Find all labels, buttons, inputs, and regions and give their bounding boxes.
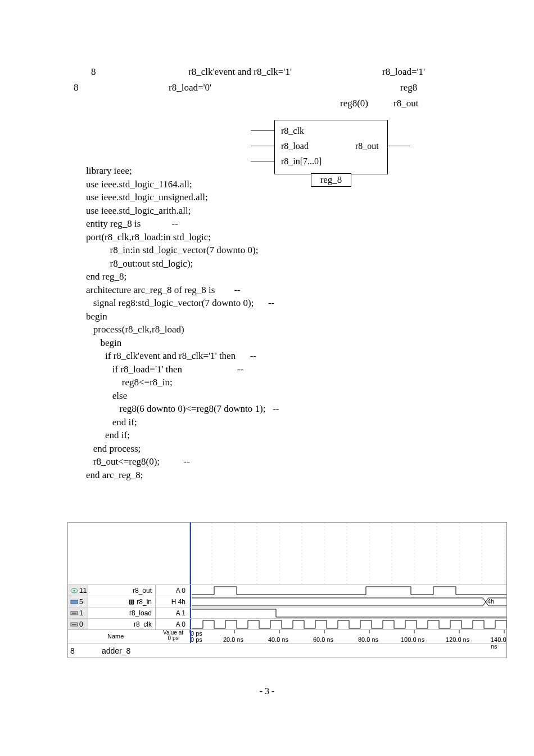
code-line: port(r8_clk,r8_load:in std_logic; bbox=[86, 231, 279, 244]
code-line: end if; bbox=[86, 429, 279, 442]
diagram-in1-label: r8_clk bbox=[281, 126, 304, 136]
code-line: if r8_clk'event and r8_clk='1' then -- bbox=[86, 349, 279, 363]
code-line: process(r8_clk,r8_load) bbox=[86, 323, 279, 336]
wave-r8-load bbox=[192, 608, 506, 619]
code-line: use ieee.std_logic_arith.all; bbox=[86, 204, 279, 218]
bus-icon bbox=[70, 599, 78, 605]
wave-footer: 8 adder_8 bbox=[68, 643, 506, 658]
svg-point-15 bbox=[74, 590, 75, 591]
wave-row-name: r8_load bbox=[88, 607, 156, 618]
input-icon bbox=[70, 610, 78, 616]
wave-row-value: A 1 bbox=[156, 607, 189, 618]
diagram-in2-label: r8_load bbox=[281, 141, 309, 151]
wave-value-col-header bbox=[156, 523, 190, 584]
output-icon bbox=[70, 588, 78, 593]
code-line: r8_out:out std_logic); bbox=[86, 257, 279, 271]
footer-label: adder_8 bbox=[102, 646, 130, 655]
code-line: else bbox=[86, 389, 279, 403]
top-row2-b: r8_load='0' bbox=[169, 82, 211, 93]
diagram-line-in3 bbox=[251, 161, 274, 161]
wave-tick: 20.0 ns bbox=[223, 636, 243, 643]
wave-row-name: ⊞ r8_in bbox=[88, 596, 156, 607]
wave-row-idx: 11 bbox=[79, 587, 87, 595]
code-block: library ieee; use ieee.std_logic_1164.al… bbox=[86, 164, 279, 482]
wave-ruler-left bbox=[68, 629, 189, 644]
wave-header-grid bbox=[189, 523, 506, 584]
wave-row-icon: 5 bbox=[68, 596, 88, 607]
code-line: use ieee.std_logic_1164.all; bbox=[86, 178, 279, 191]
wave-row-icon: 1 bbox=[68, 607, 88, 618]
code-line: end reg_8; bbox=[86, 270, 279, 284]
input-icon bbox=[70, 622, 78, 627]
wave-row-r8-in: 5 ⊞ r8_in H 4h 4h bbox=[68, 596, 506, 607]
top-row3-b: r8_out bbox=[393, 98, 418, 109]
diagram-line-in2 bbox=[251, 146, 274, 146]
code-line: use ieee.std_logic_unsigned.all; bbox=[86, 191, 279, 204]
wave-row-value: A 0 bbox=[156, 584, 189, 596]
diagram-line-out bbox=[387, 146, 410, 146]
wave-row-name: r8_out bbox=[88, 584, 156, 596]
wave-row-idx: 5 bbox=[79, 598, 83, 606]
wave-r8-clk bbox=[192, 619, 506, 630]
wave-row-wave[interactable] bbox=[189, 607, 506, 618]
top-row2-a: 8 bbox=[74, 82, 79, 93]
wave-gutter bbox=[68, 523, 89, 584]
wave-tick: 80.0 ns bbox=[358, 636, 378, 643]
wave-row-icon: 11 bbox=[68, 584, 88, 596]
page-number: - 3 - bbox=[0, 686, 534, 696]
top-row1-b: r8_clk'event and r8_clk='1' bbox=[188, 66, 292, 78]
wave-tick: 100.0 ns bbox=[401, 636, 424, 643]
diagram-name: reg_8 bbox=[320, 174, 342, 186]
wave-row-r8-load: 1 r8_load A 1 bbox=[68, 607, 506, 618]
code-line: entity reg_8 is -- bbox=[86, 217, 279, 231]
code-line: reg8<=r8_in; bbox=[86, 376, 279, 389]
wave-ruler[interactable]: 0 ps 0 ps 20.0 ns 40.0 ns 60.0 ns 80.0 n… bbox=[189, 629, 506, 644]
top-row1-a: 8 bbox=[91, 66, 96, 78]
wave-row-idx: 1 bbox=[79, 609, 83, 617]
expand-icon[interactable]: ⊞ bbox=[129, 598, 134, 606]
wave-r8-out bbox=[192, 585, 506, 596]
code-line: end process; bbox=[86, 442, 279, 456]
wave-row-wave[interactable] bbox=[189, 618, 506, 629]
code-line: r8_in:in std_logic_vector(7 downto 0); bbox=[86, 244, 279, 257]
wave-bus-label: 4h bbox=[487, 598, 494, 605]
top-row3-a: reg8(0) bbox=[340, 98, 368, 109]
code-line: r8_out<=reg8(0); -- bbox=[86, 455, 279, 469]
wave-tick: 120.0 ns bbox=[446, 636, 469, 643]
top-row2-c: reg8 bbox=[400, 82, 417, 93]
diagram-out-label: r8_out bbox=[355, 141, 379, 151]
code-line: library ieee; bbox=[86, 164, 279, 178]
wave-r8-in bbox=[192, 596, 506, 608]
code-line: end if; bbox=[86, 416, 279, 429]
wave-row-r8-clk: 0 r8_clk A 0 bbox=[68, 618, 506, 629]
wave-row-icon: 0 bbox=[68, 618, 88, 629]
svg-rect-16 bbox=[71, 600, 78, 604]
wave-tick: 40.0 ns bbox=[268, 636, 288, 643]
footer-left-num: 8 bbox=[70, 646, 75, 655]
wave-row-r8-out: 11 r8_out A 0 bbox=[68, 584, 506, 596]
diagram-line-in1 bbox=[251, 130, 274, 131]
code-line: signal reg8:std_logic_vector(7 downto 0)… bbox=[86, 296, 279, 310]
code-line: reg8(6 downto 0)<=reg8(7 downto 1); -- bbox=[86, 402, 279, 416]
wave-row-value: A 0 bbox=[156, 618, 189, 629]
code-line: if r8_load='1' then -- bbox=[86, 363, 279, 376]
wave-row-name-text: r8_in bbox=[137, 598, 152, 606]
waveform-panel: 11 r8_out A 0 5 ⊞ r8_in H 4h 4h bbox=[67, 522, 507, 658]
wave-name-col-header bbox=[88, 523, 156, 584]
top-row1-c: r8_load='1' bbox=[382, 66, 425, 78]
code-line: architecture arc_reg_8 of reg_8 is -- bbox=[86, 284, 279, 297]
wave-tick: 60.0 ns bbox=[313, 636, 333, 643]
wave-row-wave[interactable] bbox=[189, 584, 506, 596]
code-line: begin bbox=[86, 310, 279, 323]
wave-axis-bot: 0 ps bbox=[191, 636, 202, 643]
diagram-name-box: reg_8 bbox=[311, 173, 351, 187]
wave-row-idx: 0 bbox=[79, 620, 83, 628]
diagram-in3-label: r8_in[7...0] bbox=[281, 156, 322, 166]
wave-row-value: H 4h bbox=[156, 596, 189, 607]
wave-row-name: r8_clk bbox=[88, 618, 156, 629]
wave-row-wave[interactable]: 4h bbox=[189, 596, 506, 607]
code-line: end arc_reg_8; bbox=[86, 469, 279, 482]
code-line: begin bbox=[86, 336, 279, 350]
